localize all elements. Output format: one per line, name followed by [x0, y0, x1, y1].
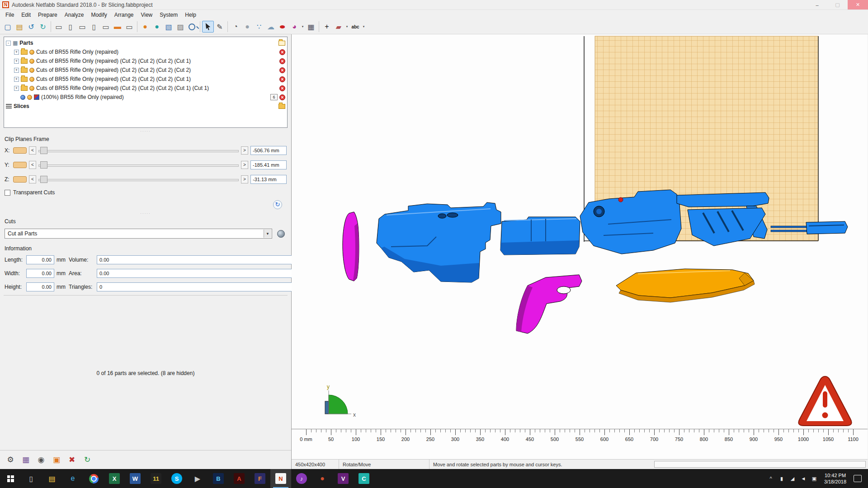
skype-icon[interactable]: S: [166, 469, 187, 488]
color-wheel-icon-dropdown[interactable]: ▾: [300, 21, 305, 33]
clip-x-slider-handle[interactable]: [40, 147, 47, 154]
add-part-icon[interactable]: +: [321, 21, 333, 33]
clip-y-decrease-button[interactable]: <: [29, 161, 36, 169]
visibility-eye-icon[interactable]: [29, 68, 34, 73]
refresh-parts-icon[interactable]: ↻: [81, 454, 93, 466]
taskbar-clock[interactable]: 10:42 PM 3/18/2018: [820, 472, 851, 485]
app-11-icon[interactable]: 11: [146, 469, 166, 488]
panel-splitter[interactable]: ·····: [0, 210, 291, 216]
eraser-icon-dropdown[interactable]: ▾: [344, 21, 349, 33]
model-part-orange-cover[interactable]: [616, 269, 755, 302]
tree-item-cut-1[interactable]: + Cuts of BR55 Rifle Only (repaired) (Cu…: [6, 56, 285, 66]
clip-x-decrease-button[interactable]: <: [29, 146, 36, 155]
tree-root-slices[interactable]: Slices: [6, 102, 285, 111]
f-app-icon[interactable]: F: [250, 469, 270, 488]
expand-icon[interactable]: +: [14, 59, 19, 64]
word-icon[interactable]: W: [125, 469, 146, 488]
delete-part-icon[interactable]: ×: [279, 76, 285, 82]
delete-part-icon[interactable]: ×: [279, 58, 285, 64]
edge-browser-icon[interactable]: e: [62, 469, 83, 488]
box-blue-icon[interactable]: ▧: [163, 21, 175, 33]
menu-item-file[interactable]: File: [2, 11, 18, 19]
clip-z-slider-handle[interactable]: [40, 176, 47, 183]
area-field[interactable]: 0.00: [97, 269, 294, 278]
red-ellipse-icon[interactable]: ●: [277, 21, 288, 33]
redo-icon[interactable]: ↻: [37, 21, 49, 33]
model-part-upper-assembly[interactable]: [580, 190, 769, 254]
menu-item-prepare[interactable]: Prepare: [34, 11, 61, 19]
start-button[interactable]: [0, 469, 21, 488]
delete-part-icon[interactable]: ×: [279, 94, 285, 100]
menu-item-analyze[interactable]: Analyze: [61, 11, 88, 19]
tray-network-icon[interactable]: ◢: [787, 469, 798, 488]
label-abc-icon[interactable]: abc: [349, 21, 361, 33]
platform-view-3-icon[interactable]: ▭: [76, 21, 88, 33]
color-wheel-icon[interactable]: ◕: [288, 21, 300, 33]
slice-preview-icon[interactable]: ▣: [51, 454, 62, 466]
excel-icon[interactable]: X: [104, 469, 125, 488]
triangles-field[interactable]: 0: [97, 282, 294, 291]
cut-mode-dropdown[interactable]: Cut all Parts ▼: [5, 229, 272, 239]
measure-icon[interactable]: ◔: [230, 21, 241, 33]
adobe-app-icon[interactable]: A: [229, 469, 250, 488]
cura-icon[interactable]: C: [354, 469, 374, 488]
lasso-select-icon[interactable]: ✎: [214, 21, 226, 33]
clip-z-decrease-button[interactable]: <: [29, 175, 36, 183]
platform-view-2-icon[interactable]: ▯: [65, 21, 76, 33]
length-field[interactable]: 0.00: [26, 255, 54, 264]
tray-volume-icon[interactable]: ◄: [798, 469, 809, 488]
collapse-icon[interactable]: -: [6, 41, 11, 46]
box-badge-icon[interactable]: ▨: [175, 21, 186, 33]
tree-item-current-part[interactable]: (100%) BR55 Rifle Only (repaired) 6 ×: [6, 93, 285, 102]
execute-cut-button[interactable]: [275, 228, 287, 239]
model-part-pistol-grip[interactable]: [516, 275, 582, 333]
delete-part-icon[interactable]: ×: [279, 67, 285, 73]
width-field[interactable]: 0.00: [26, 269, 54, 278]
tray-language-icon[interactable]: ▣: [809, 469, 820, 488]
open-project-icon[interactable]: ▤: [14, 21, 25, 33]
tray-expand-icon[interactable]: ^: [765, 469, 776, 488]
platform-view-1-icon[interactable]: ▭: [53, 21, 65, 33]
label-abc-icon-dropdown[interactable]: ▾: [361, 21, 366, 33]
delete-part-icon[interactable]: ×: [279, 85, 285, 91]
platform-view-4-icon[interactable]: ▯: [88, 21, 100, 33]
platform-view-5-icon[interactable]: ▭: [100, 21, 112, 33]
sphere-orange-icon[interactable]: ●: [139, 21, 151, 33]
visibility-eye-icon[interactable]: [29, 77, 34, 82]
visual-studio-icon[interactable]: V: [333, 469, 354, 488]
expand-icon[interactable]: +: [14, 50, 19, 55]
tree-item-cut-0[interactable]: + Cuts of BR55 Rifle Only (repaired) ×: [6, 47, 285, 56]
height-field[interactable]: 0.00: [26, 282, 54, 291]
menu-item-modify[interactable]: Modify: [87, 11, 110, 19]
select-cursor-icon[interactable]: [202, 21, 214, 33]
chrome-browser-icon[interactable]: [83, 469, 104, 488]
minimize-button[interactable]: –: [807, 0, 827, 9]
clip-x-value-field[interactable]: -506.76 mm: [250, 146, 287, 155]
clip-y-slider[interactable]: [38, 161, 239, 169]
expand-icon[interactable]: +: [14, 68, 19, 73]
visibility-eye-icon[interactable]: [29, 50, 34, 55]
tree-item-cut-4[interactable]: + Cuts of BR55 Rifle Only (repaired) (Cu…: [6, 84, 285, 93]
visibility-eye-icon[interactable]: [29, 86, 34, 91]
platform-modules-icon[interactable]: ▦: [20, 454, 32, 466]
clip-y-color-swatch[interactable]: [13, 162, 27, 168]
undo-icon[interactable]: ↺: [25, 21, 37, 33]
visibility-eye-icon[interactable]: [29, 59, 34, 64]
menu-item-system[interactable]: System: [156, 11, 181, 19]
menu-item-view[interactable]: View: [137, 11, 156, 19]
zoom-parts-icon[interactable]: [186, 21, 198, 33]
render-sphere-icon[interactable]: ◉: [35, 454, 47, 466]
menu-item-help[interactable]: Help: [181, 11, 200, 19]
open-folder-icon[interactable]: [278, 41, 285, 46]
media-player-icon[interactable]: ▶: [187, 469, 208, 488]
clip-y-slider-handle[interactable]: [40, 161, 47, 169]
keyboard-icon[interactable]: ▦: [305, 21, 317, 33]
tree-item-cut-2[interactable]: + Cuts of BR55 Rifle Only (repaired) (Cu…: [6, 66, 285, 75]
tray-battery-icon[interactable]: ▮: [776, 469, 787, 488]
clip-z-increase-button[interactable]: >: [241, 175, 248, 183]
delete-part-icon[interactable]: ×: [279, 49, 285, 55]
model-part-receiver[interactable]: [377, 202, 501, 282]
platform-view-6-icon[interactable]: ▭: [123, 21, 135, 33]
settings-gear-icon[interactable]: ⚙: [5, 454, 16, 466]
clip-x-color-swatch[interactable]: [13, 147, 27, 154]
